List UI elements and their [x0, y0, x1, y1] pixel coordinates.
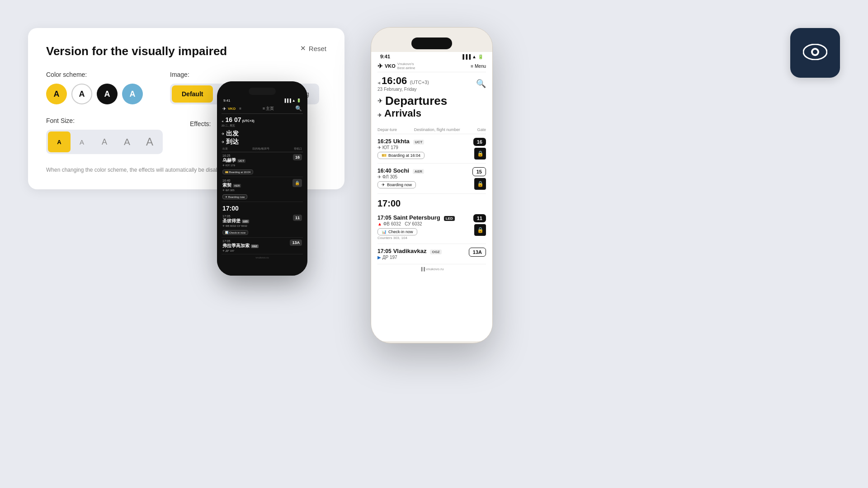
color-scheme-blue[interactable]: A — [122, 84, 143, 104]
effects-label: Effects: — [190, 120, 211, 127]
spb-gate: 11 — [473, 214, 486, 222]
light-dynamic-island — [411, 38, 452, 49]
dark-header: ✈ VKO ≡ ≡ 主页 🔍 — [222, 103, 303, 114]
light-screen: 9:41 ▐▐▐ ▲ 🔋 ✈ VKO Vnukovo'sBest airline… — [371, 52, 492, 341]
svg-point-2 — [813, 50, 817, 54]
sochi-badge: AER — [413, 169, 424, 174]
boarding-icon: 🎫 — [382, 153, 387, 158]
search-icon[interactable]: 🔍 — [476, 79, 486, 89]
ukhta-num: ✈ ЮТ 179 — [377, 145, 425, 150]
font-size-xl[interactable]: A — [138, 131, 161, 152]
vlad-time: 17:05 — [377, 248, 392, 254]
side-button-vol-up — [371, 82, 371, 95]
signal-icon: ▐▐▐ — [461, 54, 471, 59]
light-status-bar: 9:41 ▐▐▐ ▲ 🔋 — [377, 52, 486, 59]
ukhta-boarding-status[interactable]: 🎫 Boarding at 16:04 — [377, 152, 425, 159]
sochi-num: ✈ ФЛ 305 — [377, 174, 424, 179]
panel-title: Version for the visually impaired — [46, 44, 326, 58]
ukhta-lock: 🔒 — [474, 148, 486, 160]
close-icon: ✕ — [300, 44, 306, 52]
vlad-dest: Vladikavkaz — [393, 248, 427, 254]
light-flight-sochi: 16:40 Sochi AER ✈ ФЛ 305 ✈ Boarding now … — [377, 164, 486, 194]
light-partner-logo: Vnukovo'sBest airline — [397, 62, 415, 70]
light-logo: ✈ VKO Vnukovo'sBest airline — [377, 62, 415, 70]
spb-counters: Counters 303, 104 — [377, 236, 455, 240]
image-label: Image: — [170, 71, 319, 78]
font-size-md[interactable]: A — [93, 131, 116, 152]
reset-button[interactable]: ✕ Reset — [300, 44, 326, 52]
dark-arrivals: 到达 — [226, 138, 239, 146]
dark-phone: 9:41 ▐▐▐ ▲ 🔋 ✈ VKO ≡ ≡ 主页 🔍 ◀ 16 07 (UTC… — [217, 81, 307, 276]
spb-lock: 🔒 — [474, 224, 486, 236]
boarding-now-icon: ✈ — [382, 183, 385, 187]
spb-num: ▲ ФВ 6032 СУ 6032 — [377, 221, 455, 226]
vlad-badge: OGZ — [430, 249, 441, 254]
font-size-xs[interactable]: A — [48, 131, 71, 152]
dark-gate-4: 13A — [290, 239, 302, 246]
section-1700: 17:00 — [377, 194, 486, 211]
dark-date: 23 二, 周五 — [222, 124, 254, 128]
dark-boarding-status-1: 🎫 Boarding at 16:04 — [222, 169, 253, 174]
color-scheme-black[interactable]: A — [97, 84, 118, 104]
light-col-headers: Depar-ture Destination, flight number Ga… — [377, 126, 486, 134]
ukhta-gate: 16 — [473, 138, 486, 146]
dark-col-dest: 目的地/航班号 — [252, 147, 269, 151]
spb-dest: Saint Petersburg — [393, 214, 440, 221]
light-flight-vlad: 17:05 Vladikavkaz OGZ ▶ ДР 197 13A — [377, 244, 486, 264]
side-button-vol-down — [371, 100, 371, 113]
light-flight-ukhta: 16:25 Ukhta UCT ✈ ЮТ 179 🎫 Boarding at 1… — [377, 134, 486, 164]
dark-boarding-now-2: ✈ Boarding now — [222, 194, 247, 199]
spb-checkin[interactable]: 📊 Check-in now — [377, 228, 417, 235]
light-footer: ▐▐ vnukovo.ru — [377, 264, 486, 272]
dark-checkin-3: 📊 Check-in now — [222, 230, 248, 235]
dark-flight-row-3: 17:05 圣彼得堡 LED ✈ ФВ 6032 СУ 6032 📊 Check… — [222, 213, 303, 238]
dark-screen: 9:41 ▐▐▐ ▲ 🔋 ✈ VKO ≡ ≡ 主页 🔍 ◀ 16 07 (UTC… — [217, 98, 307, 276]
font-size-lg[interactable]: A — [116, 131, 138, 152]
dark-time-display: 16 07 (UTC+3) — [225, 116, 254, 123]
sochi-lock: 🔒 — [474, 178, 486, 190]
font-size-label: Font Size: — [46, 117, 163, 124]
font-size-section: Font Size: A A A A A — [46, 117, 163, 154]
sochi-boarding-now[interactable]: ✈ Boarding now — [377, 181, 416, 188]
light-status-time: 9:41 — [380, 54, 390, 59]
color-scheme-white[interactable]: A — [71, 84, 92, 104]
dark-col-headers: 出发 目的地/航班号 登机口 — [222, 146, 303, 152]
back-icon[interactable]: ◀ — [377, 81, 380, 85]
dark-status-bar: 9:41 ▐▐▐ ▲ 🔋 — [222, 98, 303, 103]
ukhta-time: 16:25 — [377, 138, 392, 145]
sochi-time: 16:40 — [377, 168, 392, 174]
checkin-icon: 📊 — [382, 230, 387, 234]
color-scheme-label: Color scheme: — [46, 71, 143, 78]
dark-menu-label: ≡ 主页 — [263, 106, 274, 112]
home-indicator — [414, 343, 450, 343]
col-gate-label: Gate — [477, 127, 486, 132]
color-scheme-yellow[interactable]: A — [46, 84, 67, 104]
arrivals-title: Arrivals — [384, 108, 421, 119]
ukhta-badge: UCT — [413, 140, 424, 145]
light-time-display: 16:06 (UTC+3) — [382, 75, 429, 87]
dark-logo: VKO — [228, 107, 236, 111]
color-scheme-section: Color scheme: A A A A — [46, 71, 143, 104]
dark-search-icon[interactable]: 🔍 — [295, 105, 302, 112]
color-circle-group: A A A A — [46, 84, 143, 104]
hamburger-icon: ≡ — [471, 64, 473, 69]
spb-badge: LED — [444, 216, 455, 221]
spb-time: 17:05 — [377, 215, 392, 221]
font-size-sm[interactable]: A — [71, 131, 93, 152]
light-time-row: ◀ 16:06 (UTC+3) 23 February, Friday 🔍 — [377, 72, 486, 93]
dark-col-gate: 登机口 — [294, 147, 302, 151]
dark-status-icons: ▐▐▐ ▲ 🔋 — [283, 99, 301, 103]
vlad-num: ▶ ДР 197 — [377, 255, 442, 260]
light-menu-button[interactable]: ≡ Menu — [471, 64, 486, 69]
light-flight-spb: 17:05 Saint Petersburg LED ▲ ФВ 6032 СУ … — [377, 211, 486, 244]
dark-dynamic-island — [249, 88, 276, 95]
light-status-icons: ▐▐▐ ▲ 🔋 — [461, 54, 483, 59]
dark-time: 9:41 — [223, 99, 231, 103]
wifi-icon: ▲ — [472, 54, 476, 59]
ukhta-dest: Ukhta — [393, 138, 410, 145]
eye-icon — [803, 41, 827, 65]
departures-title: Departures — [385, 94, 447, 108]
accessibility-eye-button[interactable] — [790, 28, 840, 78]
image-default-button[interactable]: Default — [172, 85, 213, 103]
footer-brand-icon: ▐▐ — [420, 267, 425, 271]
